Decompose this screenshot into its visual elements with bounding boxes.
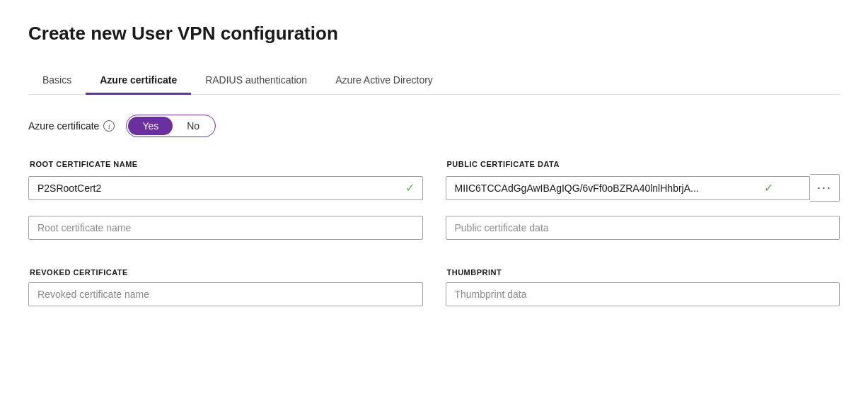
root-cert-row1: ✓ ✓ ··· [28,174,840,210]
root-cert-col1-header: ROOT CERTIFICATE NAME [28,160,423,168]
tab-basics[interactable]: Basics [28,67,86,95]
revoked-cert-name-input[interactable] [28,282,423,306]
yes-no-toggle[interactable]: Yes No [126,115,216,137]
revoked-cert-col2-header: THUMBPRINT [446,268,840,277]
root-cert-name-input-1[interactable] [28,176,423,200]
revoked-cert-name-input-wrapper [28,282,423,306]
tab-azure-ad[interactable]: Azure Active Directory [321,67,447,95]
thumbprint-input-wrapper [446,282,840,306]
root-certificate-section: ROOT CERTIFICATE NAME PUBLIC CERTIFICATE… [28,160,840,248]
root-cert-row2 [28,216,840,248]
public-cert-data-input-2[interactable] [446,216,840,240]
public-cert-data-input-wrapper-1: ✓ ··· [446,174,840,202]
public-cert-menu-button[interactable]: ··· [810,174,840,202]
azure-certificate-toggle-row: Azure certificate i Yes No [28,115,840,137]
revoked-certificate-section: REVOKED CERTIFICATE THUMBPRINT [28,268,840,315]
info-icon[interactable]: i [103,120,115,132]
root-cert-name-input-wrapper-1: ✓ [28,174,423,202]
public-cert-data-with-menu: ✓ ··· [446,174,840,202]
public-cert-check-icon-1: ✓ [764,181,773,195]
dots-icon: ··· [817,180,832,195]
public-cert-data-input-1[interactable] [446,176,810,200]
revoked-cert-col1-header: REVOKED CERTIFICATE [28,268,423,277]
page-title: Create new User VPN configuration [28,23,840,45]
toggle-no[interactable]: No [173,117,214,135]
toggle-yes[interactable]: Yes [128,117,173,135]
root-cert-name-input-2[interactable] [28,216,423,240]
tab-bar: Basics Azure certificate RADIUS authenti… [28,67,840,95]
public-cert-data-input-wrapper-2 [446,216,840,240]
toggle-label-text: Azure certificate [28,120,99,132]
root-cert-col2-header: PUBLIC CERTIFICATE DATA [446,160,840,168]
revoked-cert-headers: REVOKED CERTIFICATE THUMBPRINT [28,268,840,282]
tab-azure-certificate[interactable]: Azure certificate [86,67,191,95]
tab-radius-auth[interactable]: RADIUS authentication [191,67,321,95]
toggle-label: Azure certificate i [28,120,115,132]
root-cert-name-input-wrapper-2 [28,216,423,240]
revoked-cert-row1 [28,282,840,315]
thumbprint-input[interactable] [446,282,840,306]
root-cert-check-icon-1: ✓ [405,181,415,195]
root-cert-headers: ROOT CERTIFICATE NAME PUBLIC CERTIFICATE… [28,160,840,174]
